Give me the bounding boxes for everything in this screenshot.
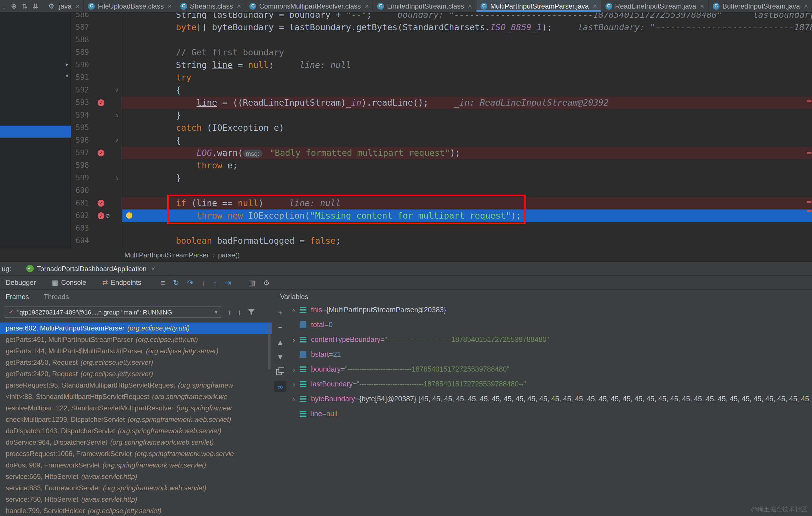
stack-frame[interactable]: service:883, FrameworkServlet(org.spring… — [0, 482, 271, 494]
editor-tab-fileuploadbase-class[interactable]: CFileUploadBase.class× — [84, 0, 176, 12]
code-line-596[interactable]: 596∨ { — [71, 134, 812, 147]
code-line-590[interactable]: 590 String line = null;line: null — [71, 59, 812, 71]
stack-frame[interactable]: parseRequest:95, StandardMultipartHttpSe… — [0, 379, 271, 391]
expand-chevron-icon[interactable]: › — [289, 380, 298, 389]
line-number[interactable]: 591 — [71, 71, 89, 84]
code-text[interactable]: boolean badFormatLogged = false; — [122, 235, 812, 247]
stack-frame[interactable]: <init>:88, StandardMultipartHttpServletR… — [0, 391, 271, 402]
code-text[interactable]: try — [122, 71, 812, 84]
code-line-602[interactable]: 602✓⊘ throw new IOException("Missing con… — [71, 209, 812, 222]
code-line-588[interactable]: 588 — [71, 34, 812, 46]
tree-chevron-collapsed-icon[interactable]: ▸ — [66, 62, 68, 67]
fold-icon[interactable]: ∧ — [112, 109, 121, 121]
stack-frame[interactable]: getParts:2450, Request(org.eclipse.jetty… — [0, 357, 271, 368]
globe-icon[interactable]: ⊕ — [11, 3, 17, 9]
tab-console[interactable]: ▣Console — [52, 279, 86, 287]
code-text[interactable] — [122, 222, 812, 235]
stack-frame[interactable]: service:750, HttpServlet(javax.servlet.h… — [0, 494, 271, 505]
code-text[interactable]: } — [122, 172, 812, 184]
breakpoint-icon[interactable]: ✓ — [97, 200, 105, 207]
variable-row-boundary[interactable]: ›boundary = "---------------------------… — [289, 362, 812, 377]
code-line-603[interactable]: 603 — [71, 222, 812, 235]
line-number[interactable]: 586 — [71, 12, 89, 21]
editor-tab-limitedinputstream-class[interactable]: CLimitedInputStream.class× — [374, 0, 477, 12]
breakpoint-slot[interactable] — [89, 235, 112, 247]
code-text[interactable]: line = ((ReadLineInputStream)_in).readLi… — [122, 96, 812, 109]
breakpoint-slot[interactable] — [89, 184, 112, 197]
line-number[interactable]: 594 — [71, 109, 89, 121]
code-line-592[interactable]: 592∨ { — [71, 84, 812, 96]
code-text[interactable]: if (line == null)line: null — [122, 197, 812, 209]
breakpoint-slot[interactable] — [89, 134, 112, 147]
editor-tab-multipartinputstreamparser-java[interactable]: CMultiPartInputStreamParser.java× — [476, 0, 602, 12]
variable-row-this[interactable]: ›this = {MultiPartInputStreamParser@2038… — [289, 303, 812, 317]
stack-frame[interactable]: getParts:491, MultiPartInputStreamParser… — [0, 334, 271, 345]
line-number[interactable]: 602 — [71, 209, 89, 222]
move-up-icon[interactable]: ▲ — [274, 335, 286, 349]
code-line-587[interactable]: 587 byte[] byteBoundary = lastBoundary.g… — [71, 21, 812, 34]
close-icon[interactable]: × — [700, 2, 704, 10]
breadcrumb-method[interactable]: parse() — [218, 251, 240, 259]
editor-tab-commonsmultipartresolver-class[interactable]: CCommonsMultipartResolver.class× — [245, 0, 373, 12]
code-text[interactable]: String lastBoundary = boundary + "--";bo… — [122, 12, 812, 21]
line-number[interactable]: 604 — [71, 235, 89, 247]
variable-row-line[interactable]: line = null — [289, 406, 812, 421]
breakpoint-icon[interactable]: ✓ — [97, 99, 105, 106]
expand-chevron-icon[interactable]: › — [289, 365, 298, 374]
stack-frame[interactable]: processRequest:1006, FrameworkServlet(or… — [0, 448, 271, 459]
force-step-into-icon[interactable]: ↓ — [201, 279, 205, 286]
breakpoint-slot[interactable] — [89, 109, 112, 121]
line-number[interactable]: 596 — [71, 134, 89, 147]
breakpoint-slot[interactable]: ✓⊘ — [89, 209, 112, 222]
line-number[interactable]: 587 — [71, 21, 89, 34]
filter-icon[interactable] — [248, 309, 255, 315]
code-text[interactable]: catch (IOException e) — [122, 121, 812, 134]
breakpoint-slot[interactable] — [89, 59, 112, 71]
code-line-597[interactable]: 597✓ LOG.warn(msg: "Badly formatted mult… — [71, 147, 812, 159]
code-text[interactable]: String line = null;line: null — [122, 59, 812, 71]
line-number[interactable]: 601 — [71, 197, 89, 209]
breakpoint-slot[interactable] — [89, 121, 112, 134]
line-number[interactable]: 597 — [71, 147, 89, 159]
close-icon[interactable]: × — [76, 2, 80, 10]
stack-frame[interactable]: doService:964, DispatcherServlet(org.spr… — [0, 437, 271, 448]
line-number[interactable]: 603 — [71, 222, 89, 235]
breakpoint-slot[interactable] — [89, 172, 112, 184]
close-icon[interactable]: × — [593, 2, 597, 10]
code-text[interactable]: { — [122, 134, 812, 147]
tab-debugger[interactable]: Debugger — [6, 279, 36, 287]
breakpoint-slot[interactable] — [89, 159, 112, 172]
tree-selected-item[interactable] — [0, 125, 71, 138]
stack-frame[interactable]: resolveMultipart:122, StandardServletMul… — [0, 402, 271, 414]
tab-threads[interactable]: Threads — [44, 293, 69, 301]
code-line-598[interactable]: 598 throw e; — [71, 159, 812, 172]
line-number[interactable]: 599 — [71, 172, 89, 184]
code-text[interactable]: // Get first boundary — [122, 46, 812, 59]
thread-selector-dropdown[interactable]: ✓ "qtp1982703147-409"@16,...n group "mai… — [5, 306, 222, 318]
code-line-599[interactable]: 599∧ } — [71, 172, 812, 184]
tab-frames[interactable]: Frames — [6, 293, 29, 301]
settings-icon[interactable]: ⚙ — [263, 279, 270, 286]
code-text[interactable]: throw new IOException("Missing content f… — [122, 209, 812, 222]
code-text[interactable]: throw e; — [122, 159, 812, 172]
stack-frame[interactable]: checkMultipart:1209, DispatcherServlet(o… — [0, 414, 271, 425]
stack-frame[interactable]: service:665, HttpServlet(javax.servlet.h… — [0, 471, 271, 482]
close-icon[interactable]: × — [804, 2, 808, 10]
variable-row-contenttypeboundary[interactable]: ›contentTypeBoundary = "----------------… — [289, 332, 812, 347]
line-number[interactable]: 600 — [71, 184, 89, 197]
scrollbar-thumb[interactable] — [268, 324, 270, 369]
show-inline-values-icon[interactable]: ∞ — [274, 381, 286, 392]
fold-icon[interactable]: ∧ — [112, 172, 121, 184]
run-config-tab[interactable]: ∿ TornadoPortalDashboardApplication × — [26, 264, 155, 273]
step-over-icon[interactable]: ↷ — [187, 279, 194, 286]
code-text[interactable]: { — [122, 84, 812, 96]
close-icon[interactable]: × — [168, 2, 172, 10]
code-line-591[interactable]: 591 try — [71, 71, 812, 84]
code-line-594[interactable]: 594∧ } — [71, 109, 812, 121]
variable-row-total[interactable]: total = 0 — [289, 317, 812, 332]
line-number[interactable]: 598 — [71, 159, 89, 172]
editor-tab-java[interactable]: ⚙.java× — [44, 0, 84, 12]
error-stripe-mark[interactable] — [807, 152, 811, 153]
line-number[interactable]: 588 — [71, 34, 89, 46]
editor-tab-streams-class[interactable]: CStreams.class× — [176, 0, 245, 12]
